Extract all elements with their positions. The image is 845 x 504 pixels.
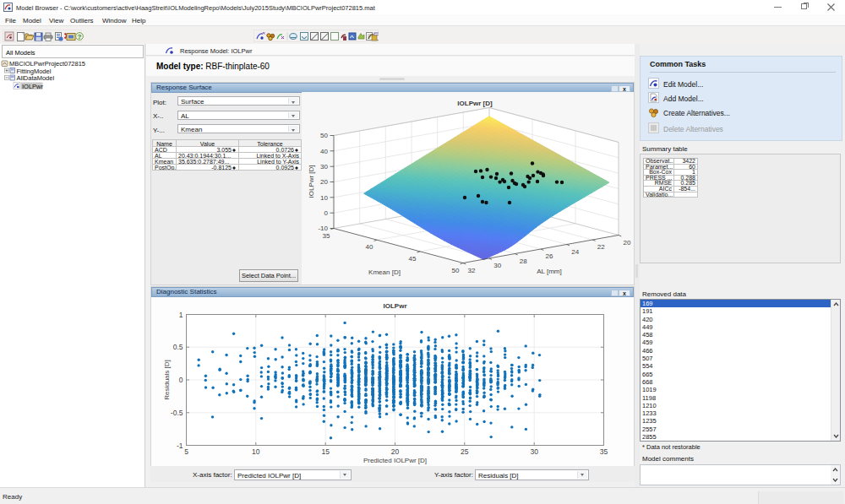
svg-text:IOLPwr [D]: IOLPwr [D] — [308, 165, 315, 198]
svg-text:Kmean [D]: Kmean [D] — [368, 268, 401, 276]
svg-text:IOLPwr [D]: IOLPwr [D] — [457, 100, 493, 107]
svg-text:Predicted IOLPwr [D]: Predicted IOLPwr [D] — [363, 457, 427, 464]
svg-text:-0.5: -0.5 — [171, 409, 183, 417]
svg-text:IOLPwr: IOLPwr — [22, 83, 44, 90]
svg-text:?: ? — [78, 33, 82, 41]
svg-text:28: 28 — [520, 257, 527, 265]
svg-text:22: 22 — [597, 243, 605, 251]
svg-text:0: 0 — [324, 209, 329, 217]
svg-text:20: 20 — [391, 447, 400, 456]
svg-text:AllDataModel: AllDataModel — [17, 74, 55, 82]
svg-text:IOLPwr: IOLPwr — [383, 302, 406, 310]
svg-text:10: 10 — [252, 447, 260, 456]
svg-text:30: 30 — [320, 163, 328, 171]
svg-text:35: 35 — [323, 232, 330, 240]
svg-text:26: 26 — [546, 252, 553, 260]
svg-text:20: 20 — [624, 239, 631, 247]
svg-text:40: 40 — [320, 148, 328, 155]
svg-text:1: 1 — [179, 311, 183, 319]
svg-text:30: 30 — [493, 262, 501, 269]
svg-text:25: 25 — [461, 447, 469, 456]
svg-text:Residuals [D]: Residuals [D] — [163, 360, 171, 400]
svg-text:32: 32 — [468, 267, 476, 274]
svg-text:35: 35 — [600, 447, 608, 456]
svg-text:0.5: 0.5 — [173, 343, 183, 351]
svg-text:50: 50 — [320, 132, 328, 139]
svg-text:-1: -1 — [177, 442, 183, 450]
svg-text:10: 10 — [320, 194, 328, 202]
svg-text:0: 0 — [179, 376, 183, 384]
svg-text:24: 24 — [571, 248, 579, 256]
svg-text:20: 20 — [320, 178, 328, 186]
svg-text:50: 50 — [452, 267, 460, 274]
svg-text:15: 15 — [321, 447, 330, 456]
svg-text:AL [mm]: AL [mm] — [537, 268, 561, 275]
svg-text:30: 30 — [530, 447, 538, 456]
svg-text:5: 5 — [184, 447, 188, 456]
svg-text:40: 40 — [366, 243, 373, 251]
svg-text:45: 45 — [409, 255, 417, 263]
